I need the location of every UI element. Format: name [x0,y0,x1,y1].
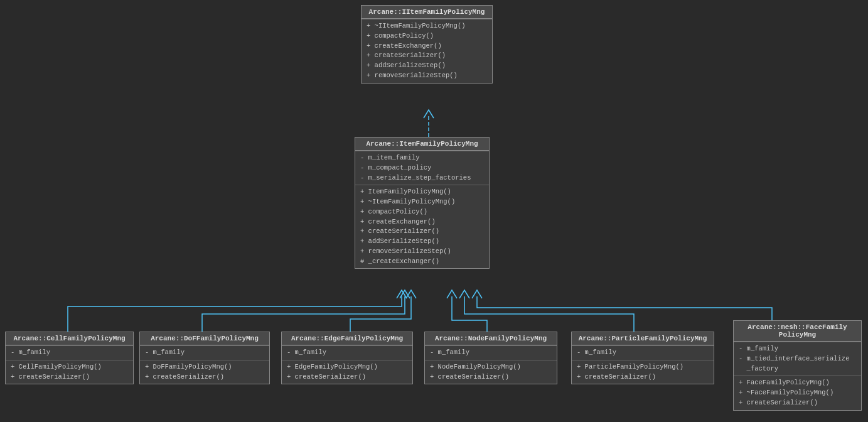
item-method-1: + ItemFamilyPolicyMng() [360,187,484,197]
item-attr-1: - m_item_family [360,153,484,163]
dof-method-1: + DoFFamilyPolicyMng() [145,362,264,372]
dof-methods-section: + DoFFamilyPolicyMng() + createSerialize… [140,360,269,384]
iitem-method-2: + compactPolicy() [367,31,487,41]
cell-method-2: + createSerializer() [11,372,128,382]
item-attributes-section: - m_item_family - m_compact_policy - m_s… [355,151,489,185]
particle-attributes-section: - m_family [572,345,714,360]
item-method-4: + createExchanger() [360,217,484,227]
dof-family-policy-mng-title: Arcane::DoFFamilyPolicyMng [140,332,269,345]
iitem-family-policy-mng-box: Arcane::IItemFamilyPolicyMng + ~IItemFam… [361,5,493,84]
item-methods-section: + ItemFamilyPolicyMng() + ~ItemFamilyPol… [355,185,489,268]
item-method-3: + compactPolicy() [360,207,484,217]
iitem-method-1: + ~IItemFamilyPolicyMng() [367,21,487,31]
particle-methods-section: + ParticleFamilyPolicyMng() + createSeri… [572,360,714,384]
iitem-method-6: + removeSerializeStep() [367,71,487,81]
dof-family-policy-mng-box: Arcane::DoFFamilyPolicyMng - m_family + … [139,332,270,384]
cell-family-policy-mng-title: Arcane::CellFamilyPolicyMng [6,332,133,345]
particle-method-2: + createSerializer() [577,372,709,382]
particle-method-1: + ParticleFamilyPolicyMng() [577,362,709,372]
item-method-8: # _createExchanger() [360,257,484,267]
edge-method-2: + createSerializer() [287,372,407,382]
edge-family-policy-mng-title: Arcane::EdgeFamilyPolicyMng [282,332,412,345]
particle-family-policy-mng-title: Arcane::ParticleFamilyPolicyMng [572,332,714,345]
edge-method-1: + EdgeFamilyPolicyMng() [287,362,407,372]
particle-family-policy-mng-box: Arcane::ParticleFamilyPolicyMng - m_fami… [571,332,714,384]
node-family-policy-mng-box: Arcane::NodeFamilyPolicyMng - m_family +… [424,332,557,384]
item-family-policy-mng-box: Arcane::ItemFamilyPolicyMng - m_item_fam… [355,137,490,269]
cell-methods-section: + CellFamilyPolicyMng() + createSerializ… [6,360,133,384]
particle-attr-1: - m_family [577,348,709,358]
node-methods-section: + NodeFamilyPolicyMng() + createSerializ… [425,360,557,384]
face-attributes-section: - m_family - m_tied_interface_serialize … [734,342,861,376]
dof-method-2: + createSerializer() [145,372,264,382]
item-attr-3: - m_serialize_step_factories [360,173,484,183]
diagram-container: Arcane::IItemFamilyPolicyMng + ~IItemFam… [0,0,868,422]
iitem-method-4: + createSerializer() [367,51,487,61]
cell-attributes-section: - m_family [6,345,133,360]
item-attr-2: - m_compact_policy [360,163,484,173]
item-family-policy-mng-title: Arcane::ItemFamilyPolicyMng [355,138,489,151]
face-method-1: + FaceFamilyPolicyMng() [739,378,856,388]
item-method-2: + ~ItemFamilyPolicyMng() [360,197,484,207]
node-attributes-section: - m_family [425,345,557,360]
iitem-family-policy-mng-title: Arcane::IItemFamilyPolicyMng [362,6,492,19]
iitem-method-3: + createExchanger() [367,41,487,51]
node-method-2: + createSerializer() [430,372,552,382]
cell-attr-1: - m_family [11,348,128,358]
node-attr-1: - m_family [430,348,552,358]
dof-attr-1: - m_family [145,348,264,358]
cell-method-1: + CellFamilyPolicyMng() [11,362,128,372]
face-family-policy-mng-title: Arcane::mesh::FaceFamilyPolicyMng [734,321,861,342]
face-attr-2: - m_tied_interface_serialize [739,354,856,364]
face-methods-section: + FaceFamilyPolicyMng() + ~FaceFamilyPol… [734,376,861,409]
face-attr-1: - m_family [739,344,856,354]
item-method-5: + createSerializer() [360,227,484,237]
item-method-6: + addSerializeStep() [360,237,484,247]
edge-attr-1: - m_family [287,348,407,358]
dof-attributes-section: - m_family [140,345,269,360]
face-method-2: + ~FaceFamilyPolicyMng() [739,388,856,398]
node-family-policy-mng-title: Arcane::NodeFamilyPolicyMng [425,332,557,345]
edge-methods-section: + EdgeFamilyPolicyMng() + createSerializ… [282,360,412,384]
face-family-policy-mng-box: Arcane::mesh::FaceFamilyPolicyMng - m_fa… [733,320,862,411]
item-method-7: + removeSerializeStep() [360,247,484,257]
edge-family-policy-mng-box: Arcane::EdgeFamilyPolicyMng - m_family +… [281,332,413,384]
face-attr-3: _factory [739,364,856,374]
iitem-method-5: + addSerializeStep() [367,61,487,71]
cell-family-policy-mng-box: Arcane::CellFamilyPolicyMng - m_family +… [5,332,134,384]
face-method-3: + createSerializer() [739,398,856,408]
node-method-1: + NodeFamilyPolicyMng() [430,362,552,372]
edge-attributes-section: - m_family [282,345,412,360]
iitem-methods-section: + ~IItemFamilyPolicyMng() + compactPolic… [362,19,492,83]
